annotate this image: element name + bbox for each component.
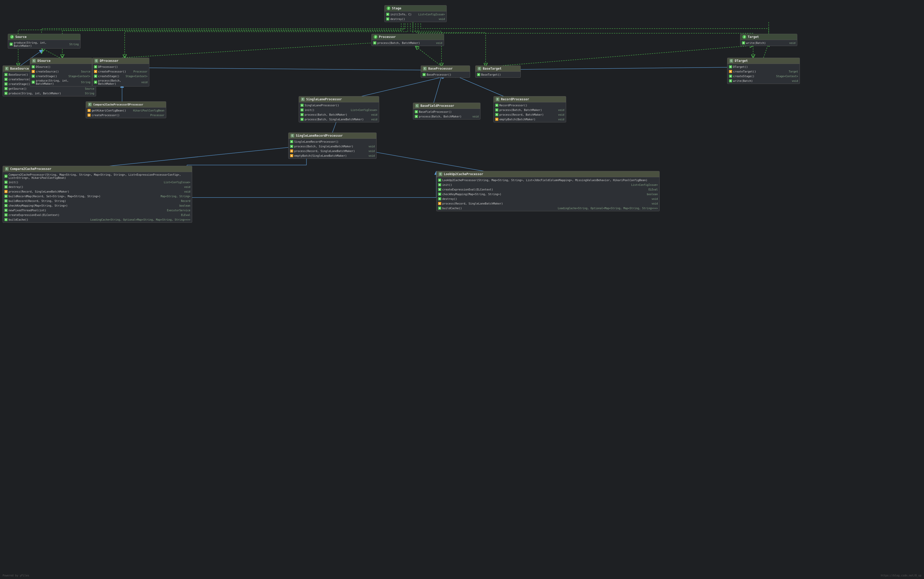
bfp-m2-r: void [473, 115, 479, 118]
slrp-m4[interactable]: m emptyBatch(SingleLaneBatchMaker) void [288, 153, 376, 158]
src-m1-name: produce(String, int, BatchMaker) [14, 41, 66, 47]
stage-method-2[interactable]: m destroy() void [385, 16, 447, 21]
slp-m1[interactable]: m SingleLaneProcessor() [299, 103, 379, 108]
dsource-m3[interactable]: m createStage() Stage<Context> [30, 74, 92, 79]
c2cp-m9[interactable]: m createExpressionEval(ELContext) ELEval [3, 213, 192, 217]
dt-m4-n: write(Batch) [733, 79, 789, 82]
bfp-m1[interactable]: m BaseFieldProcessor() [413, 110, 480, 114]
slrp-m3-n: process(Record, SingleLaneBatchMaker) [294, 149, 365, 152]
c2cp-class-icon: C [5, 167, 8, 171]
dt-m4[interactable]: m write(Batch) void [727, 79, 800, 83]
rp-m2[interactable]: m process(Batch, BatchMaker) void [494, 108, 566, 112]
ds-m4-v: m [32, 80, 35, 84]
dsource-m2[interactable]: m createSource() Source [30, 69, 92, 74]
dt-m3[interactable]: m createStage() Stage<Context> [727, 74, 800, 79]
bp-title: BaseProcessor [428, 67, 453, 70]
slrp-m3[interactable]: m process(Record, SingleLaneBatchMaker) … [288, 149, 376, 153]
dt-body: m DTarget() m createTarget() Target m cr… [727, 64, 800, 84]
dtarget-header: C DTarget [727, 58, 800, 64]
c2cpd-m1-r: HikariPoolConfigBean [133, 109, 165, 112]
lu2cp-m3[interactable]: m createExpressionEval(ELContext) ELEval [437, 187, 659, 192]
lu2cp-m7[interactable]: m buildCache() LoadingCache<String, Opti… [437, 206, 659, 211]
dt-m1-n: DTarget() [733, 65, 798, 68]
ds-m1-n: DSource() [36, 65, 90, 68]
rp-m3-r: void [558, 113, 564, 116]
processor-body: m process(Batch, BatchMaker) void [372, 40, 444, 46]
lu2cp-m5[interactable]: m destroy() void [437, 196, 659, 201]
lu2cp-m4[interactable]: m checkKeyMapping(Map<String, String>) b… [437, 192, 659, 196]
dproc-m2[interactable]: m createProcessor() Processor [93, 69, 149, 74]
bt-m1[interactable]: m BaseTarget() [476, 72, 520, 77]
slp-m4[interactable]: m process(Batch, SingleLaneBatchMaker) v… [299, 117, 379, 122]
ds-m2-v: m [32, 70, 35, 73]
rp-m1[interactable]: m RecordProcessor() [494, 103, 566, 108]
svg-line-6 [117, 67, 436, 70]
c2cp-m9-r: ELEval [181, 214, 191, 216]
lu2cp-m7-v: m [438, 207, 441, 210]
c2cp-m7[interactable]: m checkKeyMapping(Map<String, String>) b… [3, 203, 192, 208]
c2cp-m8[interactable]: m newFixedThreadPool(int) ExecutorServic… [3, 208, 192, 213]
target-method-1[interactable]: m write(Batch) void [740, 41, 797, 45]
tgt-m1-vis: m [742, 41, 745, 44]
bp-m1[interactable]: m BaseProcessor() [421, 72, 470, 77]
source-interface-icon: I [10, 35, 14, 39]
dt-m3-v: m [729, 75, 732, 78]
dt-m2[interactable]: m createTarget() Target [727, 69, 800, 74]
slrp-m2[interactable]: m process(Batch, SingleLaneBatchMaker) v… [288, 144, 376, 149]
stage-title: Stage [392, 7, 401, 10]
source-method-1[interactable]: m produce(String, int, BatchMaker) Strin… [8, 41, 80, 48]
dt-title: DTarget [735, 59, 748, 63]
dt-m1[interactable]: m DTarget() [727, 64, 800, 69]
dt-class-icon: C [730, 59, 733, 63]
c2cp-m2[interactable]: m init() List<ConfigIssue> [3, 180, 192, 185]
processor-box: I Processor m process(Batch, BatchMaker)… [372, 34, 444, 46]
lu2cp-m6[interactable]: m process(Record, SingleLaneBatchMaker) … [437, 201, 659, 206]
basesource-m5[interactable]: m produce(String, int, BatchMaker) Strin… [3, 91, 96, 96]
c2cp-m3[interactable]: m destroy() void [3, 185, 192, 189]
rp-m4-v: m [495, 118, 499, 121]
bfp-m2[interactable]: m process(Batch, BatchMaker) void [413, 114, 480, 119]
c2cpd-body: m getHikariConfigBean() HikariPoolConfig… [86, 108, 166, 118]
stage-m2-ret: void [438, 18, 445, 21]
slp-m2[interactable]: m init() List<ConfigIssue> [299, 108, 379, 112]
c2cpd-m1[interactable]: m getHikariConfigBean() HikariPoolConfig… [86, 108, 166, 113]
lu2cp-m2[interactable]: m init() List<ConfigIssue> [437, 182, 659, 187]
rp-m3[interactable]: m process(Record, BatchMaker) void [494, 112, 566, 117]
c2cp-m5-r: Map<String, String> [161, 195, 191, 198]
lu2cp-body: m LookUp2CacheProcessor(String, Map<Stri… [437, 177, 659, 211]
c2cp-m4[interactable]: m process(Record, SingleLaneBatchMaker) … [3, 189, 192, 194]
dsource-m1[interactable]: m DSource() [30, 64, 92, 69]
stage-m1-name: init(Info, C) [390, 13, 415, 16]
slp-m3[interactable]: m process(Batch, BatchMaker) void [299, 112, 379, 117]
c2cp-m10[interactable]: m buildCache() LoadingCache<String, Opti… [3, 217, 192, 222]
dproc-m4[interactable]: m process(Batch, BatchMaker) void [93, 79, 149, 86]
slrp-m1[interactable]: m SingleLaneRecordProcessor() [288, 139, 376, 144]
dp-m3-r: Stage<Context> [126, 75, 148, 78]
dproc-m1[interactable]: m DProcessor() [93, 64, 149, 69]
bfp-title: BaseFieldProcessor [420, 104, 454, 108]
c2cp-m5[interactable]: m buildRecordMap(Record, Set<String>, Ma… [3, 194, 192, 198]
slp-m2-r: List<ConfigIssue> [351, 109, 377, 111]
lu2cp-m1[interactable]: m LookUp2CacheProcessor(String, Map<Stri… [437, 178, 659, 182]
basesource-m4[interactable]: m getSource() Source [3, 86, 96, 91]
ds-m2-n: createSource() [36, 70, 78, 73]
slrp-m3-r: void [368, 150, 375, 152]
ds-m3-v: m [32, 75, 35, 78]
stage-m1-ret: List<ConfigIssue> [418, 13, 445, 16]
processor-method-1[interactable]: m process(Batch, BatchMaker) void [372, 41, 444, 45]
ds-m4-r: String [81, 81, 90, 84]
ds-m2-r: Source [81, 70, 90, 73]
c2cp-m6[interactable]: m buildRecord(Record, String, String) Re… [3, 198, 192, 203]
dproc-m3[interactable]: m createStage() Stage<Context> [93, 74, 149, 79]
stage-method-1[interactable]: m init(Info, C) List<ConfigIssue> [385, 12, 447, 16]
dsource-m4[interactable]: m produce(String, int, BatchMaker) Strin… [30, 79, 92, 86]
slp-class-icon: C [301, 97, 305, 101]
target-interface-icon: I [743, 35, 746, 39]
dt-m2-n: createTarget() [733, 70, 785, 73]
lu2cp-m4-r: boolean [647, 193, 658, 196]
c2cpd-m2[interactable]: m createProcessor() Processor [86, 113, 166, 118]
c2cp-m9-n: createExpressionEval(ELContext) [8, 213, 178, 216]
rp-m4[interactable]: m emptyBatch(BatchMaker) void [494, 117, 566, 122]
c2cp-m6-v: m [5, 200, 8, 203]
c2cp-m1[interactable]: m Compare2CacheProcessor(String, Map<Str… [3, 173, 192, 180]
